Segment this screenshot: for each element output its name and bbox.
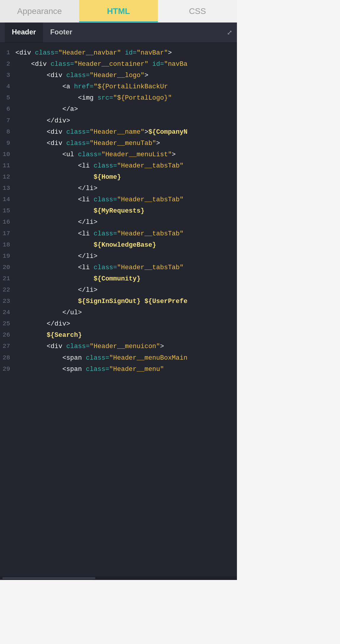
line-content: <ul class="Header__menuList"> [15,150,237,160]
line-number: 15 [0,206,15,216]
code-line: 27 <div class="Header__menuicon"> [0,341,237,352]
line-content: ${MyRequests} [15,206,237,216]
code-line: 25 </div> [0,318,237,330]
line-number: 19 [0,251,15,261]
line-content: </li> [15,251,237,262]
line-number: 6 [0,104,15,114]
code-line: 10 <ul class="Header__menuList"> [0,149,237,160]
code-line: 9 <div class="Header__menuTab"> [0,138,237,149]
sub-tab-footer[interactable]: Footer [43,23,79,42]
tab-appearance[interactable]: Appearance [0,0,79,22]
line-content: <li class="Header__tabsTab" [15,229,237,239]
code-line: 7 </div> [0,115,237,127]
line-number: 22 [0,285,15,295]
line-content: </a> [15,104,237,114]
code-line: 11 <li class="Header__tabsTab" [0,160,237,172]
line-content: ${SignInSignOut} ${UserPrefe [15,297,237,307]
line-number: 2 [0,59,15,69]
code-line: 18 ${KnowledgeBase} [0,240,237,251]
line-number: 10 [0,150,15,160]
line-number: 3 [0,71,15,80]
code-line: 17 <li class="Header__tabsTab" [0,228,237,240]
line-content: ${Home} [15,172,237,182]
line-content: <div class="Header__name">${CompanyN [15,127,237,137]
line-content: </div> [15,319,237,329]
code-line: 23 ${SignInSignOut} ${UserPrefe [0,296,237,307]
line-content: ${Search} [15,330,237,340]
code-line: 2 <div class="Header__container" id="nav… [0,59,237,70]
line-number: 29 [0,364,15,374]
line-number: 9 [0,138,15,148]
code-line: 28 <span class="Header__menuBoxMain [0,353,237,364]
line-number: 23 [0,297,15,306]
code-line: 24 </ul> [0,307,237,318]
line-content: <div class="Header__container" id="navBa [15,59,237,69]
line-number: 11 [0,161,15,171]
line-number: 18 [0,240,15,250]
expand-icon[interactable]: ⤢ [227,29,232,36]
line-number: 7 [0,116,15,126]
sub-tabs-bar: Header Footer ⤢ [0,23,237,43]
code-line: 20 <li class="Header__tabsTab" [0,262,237,273]
line-number: 16 [0,217,15,227]
code-line: 21 ${Community} [0,273,237,285]
code-editor: 1<div class="Header__navbar" id="navBar"… [0,43,237,576]
line-number: 5 [0,93,15,103]
line-content: </div> [15,116,237,126]
line-number: 25 [0,319,15,329]
line-number: 1 [0,48,15,58]
line-content: <span class="Header__menu" [15,364,237,374]
code-line: 19 </li> [0,251,237,262]
tab-css[interactable]: CSS [158,0,237,22]
code-line: 3 <div class="Header__logo"> [0,70,237,81]
line-content: </ul> [15,308,237,318]
code-line: 14 <li class="Header__tabsTab" [0,194,237,205]
code-line: 26 ${Search} [0,330,237,341]
line-content: <div class="Header__logo"> [15,71,237,81]
code-line: 29 <span class="Header__menu" [0,364,237,375]
line-content: <li class="Header__tabsTab" [15,195,237,205]
line-content: <span class="Header__menuBoxMain [15,353,237,363]
code-line: 22 </li> [0,285,237,296]
tab-html[interactable]: HTML [79,0,158,22]
line-content: <li class="Header__tabsTab" [15,161,237,171]
code-line: 1<div class="Header__navbar" id="navBar"… [0,47,237,59]
line-number: 26 [0,330,15,340]
top-tabs-bar: Appearance HTML CSS [0,0,237,23]
scrollbar-track[interactable] [2,577,95,579]
line-number: 27 [0,342,15,351]
line-number: 14 [0,195,15,205]
code-line: 13 </li> [0,183,237,194]
line-content: ${Community} [15,274,237,284]
line-number: 12 [0,172,15,182]
line-content: </li> [15,217,237,227]
line-content: <div class="Header__menuTab"> [15,138,237,149]
line-content: <img src="${PortalLogo}" [15,93,237,103]
line-content: </li> [15,285,237,295]
line-number: 13 [0,184,15,193]
sub-tab-header[interactable]: Header [5,23,43,42]
line-number: 24 [0,308,15,318]
code-line: 6 </a> [0,104,237,115]
line-number: 17 [0,229,15,239]
scrollbar-area[interactable] [0,576,237,580]
code-line: 16 </li> [0,217,237,228]
line-number: 28 [0,353,15,363]
line-content: ${KnowledgeBase} [15,240,237,250]
line-content: </li> [15,184,237,194]
code-line: 12 ${Home} [0,172,237,183]
line-number: 20 [0,263,15,272]
code-line: 4 <a href="${PortalLinkBackUr [0,81,237,93]
line-number: 8 [0,127,15,137]
line-number: 21 [0,274,15,284]
line-number: 4 [0,82,15,92]
line-content: <a href="${PortalLinkBackUr [15,82,237,92]
code-line: 8 <div class="Header__name">${CompanyN [0,127,237,138]
code-line: 15 ${MyRequests} [0,205,237,217]
line-content: <div class="Header__menuicon"> [15,342,237,352]
line-content: <li class="Header__tabsTab" [15,263,237,273]
line-content: <div class="Header__navbar" id="navBar"> [15,48,237,58]
code-line: 5 <img src="${PortalLogo}" [0,93,237,104]
